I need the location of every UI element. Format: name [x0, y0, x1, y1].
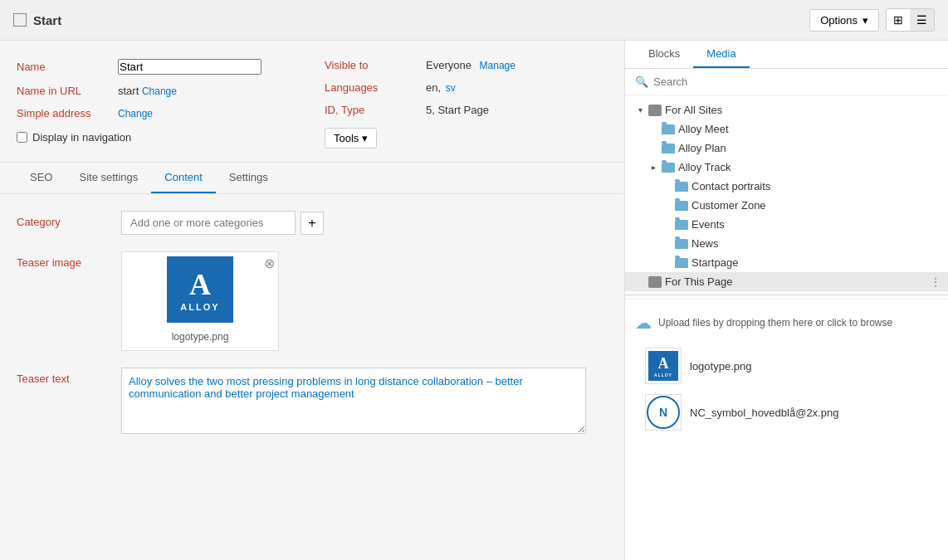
root-folder-icon [648, 105, 662, 116]
search-input[interactable] [653, 75, 938, 88]
tab-settings[interactable]: Settings [216, 163, 281, 193]
category-row: Category + [17, 211, 608, 235]
for-this-page-label: For This Page [665, 275, 732, 288]
sv-link[interactable]: sv [446, 82, 456, 94]
category-input-group: + [121, 211, 324, 235]
manage-link[interactable]: Manage [480, 60, 516, 71]
options-chevron-icon: ▾ [862, 14, 868, 27]
events-label: Events [691, 218, 725, 231]
right-panel: Blocks Media 🔍 ▾ For All Sites Alloy Mee… [624, 41, 948, 560]
name-in-url-value: start Change [118, 85, 177, 97]
media-tree: ▾ For All Sites Alloy Meet Alloy Plan ▸ [625, 95, 948, 560]
tree-item-alloy-plan[interactable]: Alloy Plan [625, 139, 948, 158]
tools-button[interactable]: Tools ▾ [325, 128, 377, 149]
options-dots-icon[interactable]: ⋮ [930, 275, 941, 289]
id-type-row: ID, Type 5, Start Page [325, 99, 608, 121]
alloy-logo: A ALLOY [167, 256, 233, 323]
remove-image-button[interactable]: ⊗ [264, 256, 275, 271]
tab-site-settings[interactable]: Site settings [66, 163, 151, 193]
tree-root-item[interactable]: ▾ For All Sites [625, 100, 948, 119]
root-label: For All Sites [665, 104, 722, 116]
folder-icon [675, 220, 688, 230]
search-container: 🔍 [625, 69, 948, 95]
tree-item-startpage[interactable]: Startpage [625, 253, 948, 272]
grid-view-button[interactable]: ⊞ [887, 9, 910, 31]
startpage-label: Startpage [691, 256, 738, 269]
nc-symbol-logo: N [647, 396, 680, 429]
tools-chevron-icon: ▾ [362, 132, 368, 144]
main-layout: Name Name in URL start Change Simple add… [0, 41, 948, 560]
name-input[interactable] [118, 59, 261, 75]
name-row: Name [17, 54, 300, 80]
tab-blocks[interactable]: Blocks [635, 41, 693, 68]
options-button[interactable]: Options ▾ [809, 9, 879, 32]
name-in-url-row: Name in URL start Change [17, 80, 300, 102]
name-label: Name [17, 61, 108, 73]
media-name-nc: NC_symbol_hovedblå@2x.png [690, 407, 838, 419]
top-bar-actions: Options ▾ ⊞ ☰ [809, 8, 935, 32]
teaser-text-row: Teaser text Alloy solves the two most pr… [17, 368, 608, 434]
alloy-track-label: Alloy Track [678, 161, 731, 173]
category-field[interactable] [121, 211, 296, 235]
simple-address-change-link[interactable]: Change [118, 108, 153, 119]
content-section: Category + Teaser image ⊗ A ALLOY logoty… [0, 194, 624, 467]
folder-icon [662, 163, 675, 173]
media-item-nc-symbol[interactable]: N NC_symbol_hovedblå@2x.png [635, 389, 938, 436]
tree-item-alloy-meet[interactable]: Alloy Meet [625, 119, 948, 139]
list-view-button[interactable]: ☰ [910, 9, 934, 31]
news-label: News [691, 237, 719, 250]
visible-to-row: Visible to Everyone Manage [325, 54, 608, 76]
teaser-image-row: Teaser image ⊗ A ALLOY logotype.png [17, 251, 608, 351]
visible-to-label: Visible to [325, 59, 416, 71]
folder-icon [675, 258, 688, 268]
media-item-logotype[interactable]: A ALLOY logotype.png [635, 343, 938, 389]
alloy-plan-label: Alloy Plan [678, 142, 726, 154]
languages-label: Languages [325, 81, 416, 94]
display-in-nav-checkbox[interactable] [17, 132, 27, 143]
upload-area[interactable]: ☁ Upload files by dropping them here or … [625, 299, 948, 449]
view-toggle: ⊞ ☰ [886, 8, 935, 32]
media-name-logotype: logotype.png [690, 360, 751, 373]
left-panel: Name Name in URL start Change Simple add… [0, 41, 624, 560]
top-bar: Start Options ▾ ⊞ ☰ [0, 0, 948, 41]
name-in-url-change-link[interactable]: Change [142, 85, 177, 97]
tab-media[interactable]: Media [693, 41, 749, 68]
search-icon: 🔍 [635, 75, 648, 88]
display-in-nav-label: Display in navigation [32, 131, 131, 144]
add-category-button[interactable]: + [301, 212, 324, 235]
folder-icon [662, 124, 675, 134]
id-type-value: 5, Start Page [426, 104, 489, 116]
tree-item-contact-portraits[interactable]: Contact portraits [625, 177, 948, 196]
simple-address-row: Simple address Change [17, 102, 300, 124]
teaser-image-container: ⊗ A ALLOY logotype.png [121, 251, 279, 351]
tree-item-alloy-track[interactable]: ▸ Alloy Track [625, 158, 948, 177]
tab-seo[interactable]: SEO [17, 163, 66, 193]
tree-item-events[interactable]: Events [625, 215, 948, 234]
page-icon [13, 13, 27, 27]
upload-cloud-icon: ☁ [635, 313, 652, 333]
category-label: Category [17, 211, 108, 228]
customer-zone-label: Customer Zone [691, 199, 766, 212]
languages-row: Languages en, sv [325, 76, 608, 99]
simple-address-label: Simple address [17, 107, 108, 119]
tree-item-news[interactable]: News [625, 234, 948, 253]
teaser-text-label: Teaser text [17, 368, 108, 385]
folder-icon [675, 182, 688, 192]
content-tabs: SEO Site settings Content Settings [0, 163, 624, 194]
folder-icon [662, 144, 675, 153]
root-expand-icon: ▾ [635, 105, 645, 114]
page-title: Start [33, 13, 61, 27]
tree-item-for-this-page[interactable]: For This Page ⋮ [625, 272, 948, 291]
languages-value: en, sv [426, 81, 456, 94]
media-thumb-logotype: A ALLOY [645, 348, 682, 384]
tab-content[interactable]: Content [151, 163, 216, 193]
contact-portraits-label: Contact portraits [691, 180, 770, 192]
media-thumb-nc: N [645, 394, 682, 431]
alloy-meet-label: Alloy Meet [678, 123, 729, 135]
teaser-text-input[interactable]: Alloy solves the two most pressing probl… [121, 368, 586, 434]
meta-section: Name Name in URL start Change Simple add… [0, 41, 624, 163]
upload-row: ☁ Upload files by dropping them here or … [635, 313, 938, 333]
folder-icon [675, 201, 688, 211]
tree-item-customer-zone[interactable]: Customer Zone [625, 196, 948, 215]
upload-text: Upload files by dropping them here or cl… [658, 317, 892, 329]
